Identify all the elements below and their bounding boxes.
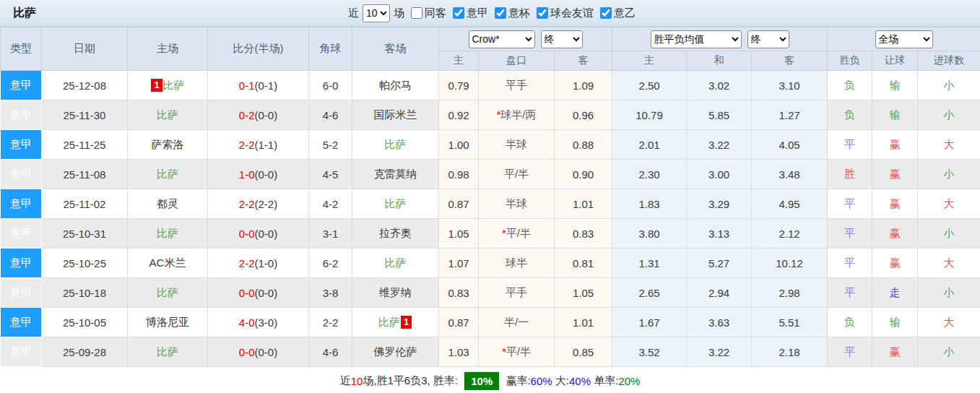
filter-checkbox-label: 意乙 [614, 7, 636, 20]
avg-away-cell: 3.10 [752, 71, 828, 100]
summary-segment: 20% [618, 375, 640, 387]
date-cell: 25-10-31 [42, 219, 128, 249]
team-name: 帕尔马 [379, 79, 412, 91]
table-row: 意甲25-10-18比萨0-0(0-0)3-8维罗纳0.83平手1.052.65… [1, 278, 980, 308]
result-handicap-cell: 输 [872, 308, 918, 337]
home-team-cell: 都灵 [128, 189, 208, 219]
filter-checkbox-input-2[interactable] [495, 7, 506, 19]
table-row: 意甲25-10-05博洛尼亚4-0(3-0)2-2比萨10.87半/一1.011… [1, 308, 980, 337]
odds-home-cell: 1.07 [439, 249, 479, 278]
filter-checkbox-0[interactable]: 同客 [404, 7, 446, 20]
result-goals-cell: 大 [918, 249, 980, 278]
league-cell: 意甲 [1, 160, 42, 189]
team-name: 比萨 [157, 227, 178, 239]
avg-home-cell: 2.30 [612, 160, 687, 189]
corner-cell: 4-6 [309, 100, 352, 130]
odds-away-cell: 1.01 [555, 189, 612, 219]
away-team-cell: 克雷莫纳 [352, 160, 439, 189]
fulltime-score: 2-2 [239, 198, 255, 210]
avg-type-select[interactable]: 胜平负均值 [651, 30, 742, 48]
result-handicap-cell: 输 [872, 71, 918, 100]
halftime-score: (1-1) [255, 139, 278, 151]
odds-away-cell: 0.81 [555, 249, 612, 278]
rank-badge: 1 [401, 316, 412, 329]
summary-segment: 60% [531, 375, 552, 387]
result-wdl-cell: 负 [828, 71, 872, 100]
home-team-cell: 博洛尼亚 [128, 308, 208, 337]
filter-checkbox-label: 意杯 [508, 7, 530, 20]
filter-checkbox-3[interactable]: 球会友谊 [530, 7, 594, 20]
avg-draw-cell: 3.63 [687, 308, 752, 337]
away-team-cell: 帕尔马 [352, 71, 439, 100]
filter-checkbox-4[interactable]: 意乙 [594, 7, 636, 20]
halftime-score: (3-0) [255, 316, 278, 329]
filter-checkbox-input-4[interactable] [600, 7, 612, 19]
table-row: 意甲25-11-30比萨0-2(0-0)4-6国际米兰0.92*球半/两0.96… [1, 100, 980, 130]
summary-segment: 10 [351, 375, 363, 387]
odds-company-select[interactable]: Crow* [469, 30, 535, 48]
result-handicap-cell: 赢 [872, 130, 918, 160]
filter-checkbox-input-0[interactable] [411, 7, 422, 19]
team-name: 比萨 [157, 108, 178, 121]
result-handicap-cell: 赢 [872, 219, 918, 249]
odds-time-select[interactable]: 终 [541, 30, 583, 48]
team-name: 都灵 [157, 197, 178, 210]
avg-group-header: 胜平负均值 终 [612, 27, 828, 51]
date-cell: 25-11-25 [42, 130, 128, 160]
halftime-score: (0-0) [255, 228, 278, 240]
changed-marker: * [496, 108, 500, 121]
filter-checkbox-1[interactable]: 意甲 [446, 7, 488, 20]
subcol-result-wdl: 胜负 [828, 51, 872, 71]
result-goals-cell: 小 [918, 337, 980, 367]
filter-checkbox-2[interactable]: 意杯 [488, 7, 530, 20]
team-name: 比萨 [385, 138, 407, 150]
result-group-header: 全场 [828, 27, 980, 51]
halftime-score: (0-1) [255, 79, 278, 92]
avg-draw-cell: 5.85 [687, 100, 752, 130]
odds-away-cell: 1.01 [555, 308, 612, 337]
league-cell: 意甲 [1, 100, 42, 130]
avg-home-cell: 1.31 [612, 249, 687, 278]
avg-away-cell: 2.98 [752, 278, 828, 308]
handicap-cell: 平手 [479, 71, 555, 100]
handicap-cell: *平/半 [479, 337, 555, 367]
away-team-cell: 比萨 [352, 130, 439, 160]
result-goals-cell: 小 [918, 100, 980, 130]
result-goals-cell: 小 [918, 160, 980, 189]
summary-segment: 大: [552, 374, 569, 388]
fulltime-score: 2-2 [239, 257, 255, 269]
filter-checkbox-label: 同客 [425, 7, 446, 20]
odds-away-cell: 1.05 [555, 278, 612, 308]
avg-draw-cell: 3.00 [687, 160, 752, 189]
team-name: 比萨 [157, 345, 178, 358]
result-scope-select[interactable]: 全场 [875, 30, 933, 48]
table-row: 意甲25-11-08比萨1-0(0-0)4-5克雷莫纳0.98平/半0.902.… [1, 160, 980, 189]
score-cell: 0-1(0-1) [208, 71, 309, 100]
filter-checkbox-label: 意甲 [467, 7, 488, 20]
team-name: 拉齐奥 [379, 227, 412, 239]
avg-home-cell: 2.01 [612, 130, 687, 160]
table-row: 意甲25-10-25AC米兰2-2(1-0)6-2比萨1.07球半0.811.3… [1, 249, 980, 278]
result-wdl-cell: 平 [828, 130, 872, 160]
avg-home-cell: 2.65 [612, 278, 687, 308]
filter-checkbox-input-3[interactable] [537, 7, 548, 19]
score-cell: 1-0(0-0) [208, 160, 309, 189]
avg-away-cell: 4.95 [752, 189, 828, 219]
summary-segment: 赢率: [503, 374, 530, 388]
result-goals-cell: 大 [918, 189, 980, 219]
col-header-corner: 角球 [309, 27, 352, 71]
team-name: 佛罗伦萨 [374, 345, 417, 358]
odds-home-cell: 0.87 [439, 308, 479, 337]
score-cell: 2-2(1-1) [208, 130, 309, 160]
filter-checkbox-input-1[interactable] [453, 7, 464, 19]
date-cell: 25-09-28 [42, 337, 128, 367]
away-team-cell: 比萨 [352, 249, 439, 278]
recent-count-select[interactable]: 10 [363, 4, 390, 22]
corner-cell: 4-6 [309, 337, 352, 367]
score-cell: 2-2(1-0) [208, 249, 309, 278]
handicap-cell: 半/一 [479, 308, 555, 337]
halftime-score: (0-0) [255, 109, 278, 121]
avg-time-select[interactable]: 终 [747, 30, 789, 48]
avg-away-cell: 10.12 [752, 249, 828, 278]
summary-line: 近10场,胜1平6负3, 胜率: 10% 赢率:60% 大:40% 单率:20% [0, 367, 980, 393]
